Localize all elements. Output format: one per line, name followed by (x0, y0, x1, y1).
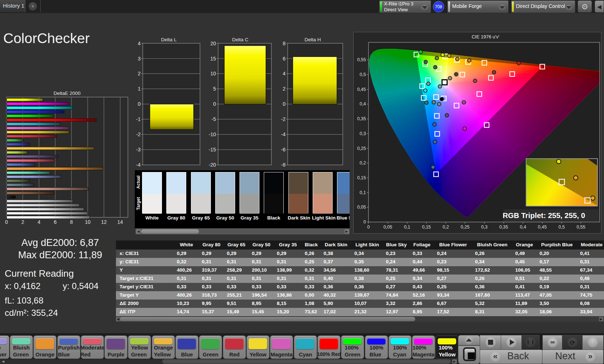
svg-text:0,05: 0,05 (383, 225, 392, 230)
svg-text:0,55: 0,55 (357, 57, 366, 62)
svg-text:10: 10 (210, 71, 216, 76)
svg-text:0,35: 0,35 (357, 116, 366, 121)
svg-text:0,25: 0,25 (461, 225, 469, 230)
svg-text:0: 0 (138, 101, 141, 107)
svg-text:0,25: 0,25 (357, 146, 366, 151)
svg-text:0,5: 0,5 (558, 225, 565, 230)
svg-text:3: 3 (138, 56, 141, 62)
svg-text:0: 0 (363, 219, 366, 225)
svg-text:5: 5 (213, 86, 216, 92)
svg-text:8: 8 (70, 219, 73, 225)
svg-text:-5: -5 (212, 116, 216, 122)
svg-text:0: 0 (283, 101, 286, 107)
svg-text:0,45: 0,45 (538, 225, 547, 230)
svg-text:DeltaE 2000: DeltaE 2000 (54, 91, 80, 96)
svg-text:6: 6 (283, 56, 286, 62)
svg-text:-15: -15 (209, 147, 216, 152)
svg-text:10: 10 (85, 219, 91, 225)
svg-text:-2: -2 (136, 131, 141, 137)
svg-text:Delta H: Delta H (304, 37, 321, 42)
svg-text:15: 15 (210, 56, 216, 62)
svg-text:0,1: 0,1 (404, 225, 410, 230)
svg-text:0: 0 (5, 219, 8, 225)
svg-text:0,15: 0,15 (422, 225, 431, 230)
svg-text:-3: -3 (136, 147, 141, 152)
svg-text:0,3: 0,3 (481, 225, 487, 230)
svg-text:0: 0 (367, 225, 370, 230)
svg-text:4: 4 (38, 219, 41, 225)
svg-text:12: 12 (101, 219, 107, 225)
svg-text:-6: -6 (281, 147, 286, 152)
svg-text:0,4: 0,4 (520, 225, 526, 230)
svg-text:-2: -2 (281, 116, 286, 122)
svg-text:Delta C: Delta C (232, 37, 248, 42)
svg-text:0,05: 0,05 (357, 205, 366, 210)
svg-text:8: 8 (283, 41, 286, 46)
svg-text:-10: -10 (209, 131, 216, 137)
svg-text:0,1: 0,1 (360, 190, 366, 195)
svg-text:0,15: 0,15 (357, 175, 366, 180)
svg-text:0,2: 0,2 (360, 160, 366, 166)
svg-text:0,35: 0,35 (499, 225, 508, 230)
svg-text:20: 20 (210, 41, 216, 46)
svg-text:2: 2 (283, 86, 286, 92)
svg-text:2: 2 (138, 71, 141, 76)
svg-text:-4: -4 (136, 162, 141, 168)
svg-text:0,5: 0,5 (360, 72, 366, 77)
svg-text:0: 0 (213, 101, 216, 107)
svg-text:Delta L: Delta L (161, 37, 177, 42)
svg-text:-4: -4 (281, 131, 286, 137)
svg-text:4: 4 (138, 41, 141, 46)
svg-text:2: 2 (21, 219, 24, 225)
svg-text:14: 14 (117, 219, 123, 225)
svg-text:0,3: 0,3 (360, 131, 366, 136)
svg-text:-1: -1 (136, 116, 141, 122)
svg-text:-20: -20 (209, 162, 216, 168)
svg-text:RGB Triplet: 255, 255, 0: RGB Triplet: 255, 255, 0 (503, 211, 585, 219)
svg-text:6: 6 (54, 219, 57, 225)
svg-text:0,2: 0,2 (443, 225, 449, 230)
svg-text:4: 4 (283, 71, 286, 76)
svg-text:0,45: 0,45 (357, 87, 366, 92)
svg-text:1: 1 (138, 86, 141, 92)
svg-text:CIE 1976 u'v': CIE 1976 u'v' (472, 34, 500, 39)
svg-text:-8: -8 (281, 162, 286, 168)
svg-text:0,4: 0,4 (360, 101, 366, 106)
svg-text:0,55: 0,55 (576, 225, 585, 230)
